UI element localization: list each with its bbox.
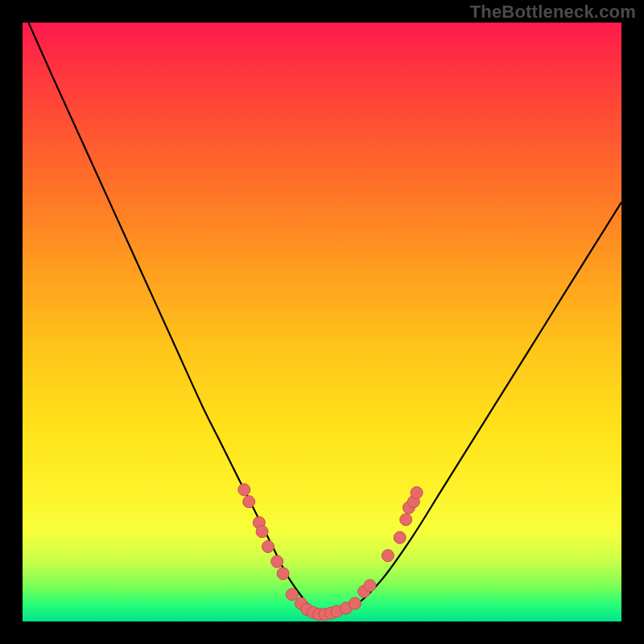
data-point <box>394 531 406 543</box>
data-point <box>349 597 361 609</box>
curve-layer <box>23 23 621 621</box>
data-point <box>400 514 412 526</box>
data-point <box>271 555 283 568</box>
data-point <box>382 550 394 562</box>
watermark-label: TheBottleneck.com <box>470 2 636 23</box>
bottleneck-curve <box>28 23 621 615</box>
data-point <box>286 588 298 601</box>
data-point <box>256 526 268 538</box>
chart-frame: TheBottleneck.com <box>0 0 644 644</box>
data-point <box>277 568 289 580</box>
data-point <box>364 580 376 592</box>
data-point <box>262 541 275 553</box>
data-points <box>238 484 423 621</box>
plot-area <box>23 23 621 621</box>
data-point <box>411 487 423 499</box>
data-point <box>238 484 250 496</box>
data-point <box>243 496 255 508</box>
